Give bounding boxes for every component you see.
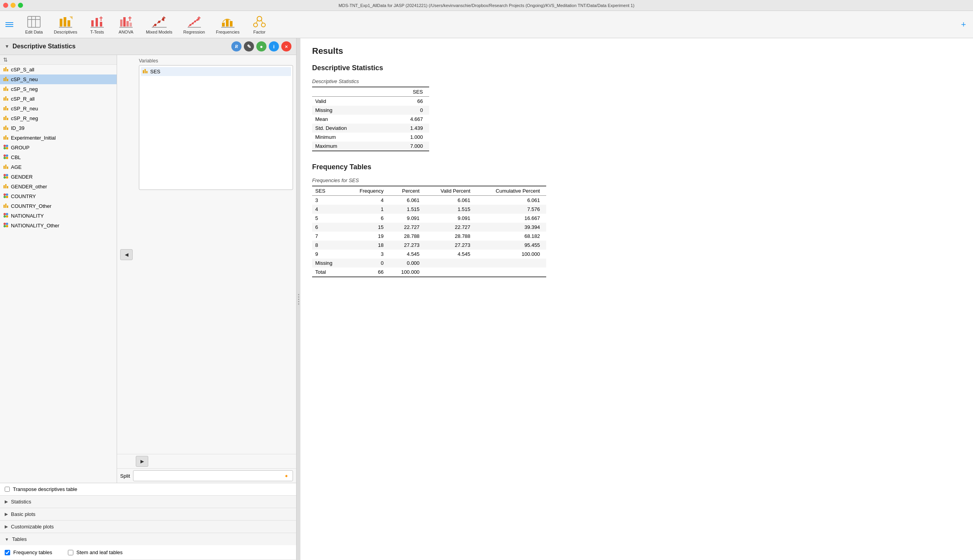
freq-cell-valid xyxy=(426,259,476,268)
transpose-checkbox[interactable] xyxy=(5,487,10,492)
toolbar-mixed-models[interactable]: Mixed Models xyxy=(141,13,177,36)
info-button[interactable]: i xyxy=(269,41,279,51)
window-controls[interactable] xyxy=(3,3,23,8)
transfer-right-button[interactable]: ▶ xyxy=(136,456,148,467)
ttest-icon xyxy=(89,15,105,29)
freq-row: 5 6 9.091 9.091 16.667 xyxy=(312,214,546,223)
variables-box[interactable]: SES xyxy=(139,65,293,190)
var-name-ID_39: ID_39 xyxy=(11,125,25,131)
hamburger-menu[interactable] xyxy=(3,20,16,29)
freq-cell-pct: 28.788 xyxy=(390,232,426,241)
toolbar-factor[interactable]: Factor xyxy=(246,13,273,36)
var-item-COUNTRY[interactable]: COUNTRY xyxy=(0,191,117,201)
var-item-GENDER_other[interactable]: GENDER_other xyxy=(0,182,117,191)
var-item-cSP_R_all[interactable]: cSP_R_all xyxy=(0,94,117,104)
freq-cell-ses: Missing xyxy=(312,259,346,268)
statistics-header[interactable]: ▶ Statistics xyxy=(0,496,296,508)
mixed-models-label: Mixed Models xyxy=(146,30,172,34)
var-item-cSP_R_neg[interactable]: cSP_R_neg xyxy=(0,113,117,123)
freq-cell-ses: 9 xyxy=(312,250,346,259)
toolbar-edit-data[interactable]: Edit Data xyxy=(20,13,48,36)
svg-point-81 xyxy=(4,174,6,176)
var-item-GENDER[interactable]: GENDER xyxy=(0,172,117,182)
add-module-button[interactable]: + xyxy=(957,18,970,31)
svg-rect-4 xyxy=(60,19,62,27)
collapse-arrow[interactable]: ▼ xyxy=(5,44,9,49)
close-panel-button[interactable]: × xyxy=(281,41,291,51)
run-button[interactable]: ● xyxy=(256,41,266,51)
close-button[interactable] xyxy=(3,3,8,8)
statistics-title: Statistics xyxy=(11,499,31,505)
freq-cell-freq: 6 xyxy=(346,214,390,223)
toolbar-regression[interactable]: Regression xyxy=(179,13,210,36)
edit-button[interactable]: ✎ xyxy=(244,41,254,51)
r-button[interactable]: R xyxy=(231,41,241,51)
var-item-AGE[interactable]: AGE xyxy=(0,162,117,172)
panel-resizer[interactable] xyxy=(297,38,300,560)
customizable-plots-title: Customizable plots xyxy=(11,524,54,530)
toolbar-ttests[interactable]: T-Tests xyxy=(83,13,111,36)
basic-plots-header[interactable]: ▶ Basic plots xyxy=(0,508,296,520)
freq-cell-freq: 18 xyxy=(346,241,390,250)
freq-cell-valid: 6.061 xyxy=(426,196,476,205)
var-item-cSP_S_neu[interactable]: cSP_S_neu xyxy=(0,74,117,84)
statistics-section: ▶ Statistics xyxy=(0,496,296,508)
toolbar-anova[interactable]: ANOVA xyxy=(112,13,140,36)
svg-point-32 xyxy=(189,24,191,26)
svg-line-45 xyxy=(261,20,263,23)
svg-rect-50 xyxy=(5,77,7,81)
svg-rect-94 xyxy=(7,206,8,208)
svg-rect-86 xyxy=(5,184,7,188)
svg-point-72 xyxy=(4,147,6,149)
var-item-NATIONALITY_Other[interactable]: NATIONALITY_Other xyxy=(0,221,117,230)
var-item-cSP_S_all[interactable]: cSP_S_all xyxy=(0,65,117,74)
freq-table: SESFrequencyPercentValid PercentCumulati… xyxy=(312,186,546,277)
svg-rect-54 xyxy=(7,89,8,91)
svg-rect-16 xyxy=(123,17,126,27)
frequency-tables-checkbox[interactable] xyxy=(5,550,10,555)
freq-cell-ses: 5 xyxy=(312,214,346,223)
var-name-Experimenter_Initial: Experimenter_Initial xyxy=(11,135,56,141)
var-item-cSP_R_neu[interactable]: cSP_R_neu xyxy=(0,104,117,113)
freq-icon xyxy=(220,15,236,29)
svg-point-70 xyxy=(4,145,6,147)
var-item-COUNTRY_Other[interactable]: COUNTRY_Other xyxy=(0,201,117,211)
svg-rect-105 xyxy=(146,71,147,73)
split-input[interactable]: 🔸 xyxy=(133,470,293,481)
var-name-COUNTRY: COUNTRY xyxy=(11,193,36,199)
toolbar-frequencies[interactable]: Frequencies xyxy=(211,13,244,36)
customizable-plots-header[interactable]: ▶ Customizable plots xyxy=(0,521,296,533)
minimize-button[interactable] xyxy=(11,3,16,8)
svg-rect-60 xyxy=(7,108,8,110)
desc-header-ses: SES xyxy=(388,87,429,97)
svg-point-35 xyxy=(196,19,198,21)
var-item-cSP_S_neg[interactable]: cSP_S_neg xyxy=(0,84,117,94)
toolbar-descriptives[interactable]: Descriptives xyxy=(49,13,82,36)
desc-cell-label: Mean xyxy=(312,115,388,124)
action-buttons: R ✎ ● i × xyxy=(231,41,291,51)
svg-point-34 xyxy=(194,20,196,22)
svg-point-41 xyxy=(257,16,262,21)
desc-row: Missing 0 xyxy=(312,106,429,115)
tables-header[interactable]: ▼ Tables xyxy=(0,533,296,545)
svg-rect-37 xyxy=(222,23,225,27)
var-item-GROUP[interactable]: GROUP xyxy=(0,143,117,152)
desc-cell-ses: 0 xyxy=(388,106,429,115)
freq-row: 6 15 22.727 22.727 39.394 xyxy=(312,223,546,232)
ses-variable-item[interactable]: SES xyxy=(141,67,291,76)
sort-icon[interactable]: ⇅ xyxy=(3,57,8,63)
svg-rect-65 xyxy=(5,126,7,130)
maximize-button[interactable] xyxy=(18,3,23,8)
svg-rect-104 xyxy=(145,69,146,73)
var-item-ID_39[interactable]: ID_39 xyxy=(0,123,117,133)
svg-point-88 xyxy=(4,193,6,196)
svg-point-76 xyxy=(4,157,6,159)
var-item-CBL[interactable]: CBL xyxy=(0,152,117,162)
transfer-left-button[interactable]: ◀ xyxy=(120,249,133,260)
var-item-NATIONALITY[interactable]: NATIONALITY xyxy=(0,211,117,221)
desc-cell-ses: 1.439 xyxy=(388,124,429,133)
var-item-Experimenter_Initial[interactable]: Experimenter_Initial xyxy=(0,133,117,143)
var-icon-COUNTRY_Other xyxy=(3,203,9,209)
panel-content: ⇅ cSP_S_all cSP_S_neu cSP_S_neg cSP_R_al… xyxy=(0,55,296,483)
stem-leaf-checkbox[interactable] xyxy=(68,550,73,555)
